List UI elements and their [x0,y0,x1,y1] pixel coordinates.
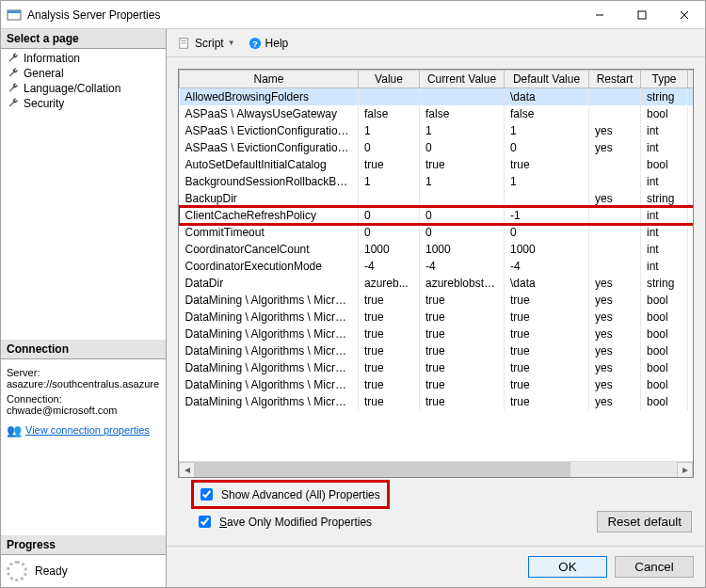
scroll-up-icon[interactable]: ▴ [688,71,694,88]
svg-rect-1 [8,10,21,13]
server-label: Server: [7,367,160,378]
main-panel: Script ▼ ? Help Name Value Curre [167,29,705,587]
table-row[interactable]: BackgroundSessionRollbackBatch...111int [180,173,694,190]
cancel-button[interactable]: Cancel [615,556,694,578]
scroll-right-icon[interactable]: ▸ [677,462,693,478]
select-page-header: Select a page [1,29,166,49]
dialog-window: Analysis Server Properties Select a page… [0,0,706,588]
view-connection-properties-link[interactable]: View connection properties [25,424,150,436]
show-advanced-checkbox[interactable] [201,488,213,501]
table-row[interactable]: ClientCacheRefreshPolicy00-1int [180,207,694,224]
connection-label: Connection: [7,393,160,405]
table-row[interactable]: DataMining \ Algorithms \ Microsof...tru… [180,376,694,393]
col-restart[interactable]: Restart [589,71,641,88]
table-row[interactable]: DataMining \ Algorithms \ Microsof...tru… [180,342,694,359]
wrench-icon [7,67,20,80]
titlebar: Analysis Server Properties [1,1,705,29]
grid-header-row: Name Value Current Value Default Value R… [180,71,694,88]
horizontal-scrollbar[interactable]: ◂ ▸ [179,461,693,477]
page-item-information[interactable]: Information [1,51,166,66]
table-row[interactable]: ASPaaS \ EvictionConfiguration \ ...000y… [180,139,694,156]
col-value[interactable]: Value [359,71,420,88]
table-row[interactable]: DataMining \ Algorithms \ Microsof...tru… [180,393,694,410]
scroll-left-icon[interactable]: ◂ [179,462,195,478]
toolbar: Script ▼ ? Help [167,29,705,57]
progress-spinner-icon [7,561,27,581]
maximize-button[interactable] [620,1,663,28]
table-row[interactable]: DataMining \ Algorithms \ Microsof...tru… [180,326,694,342]
show-advanced-checkbox-wrap: Show Advanced (All) Properties [195,484,386,505]
wrench-icon [7,82,20,95]
table-row[interactable]: DataDirazureb...azureblobstor...\datayes… [180,275,694,292]
col-name[interactable]: Name [180,71,359,88]
table-row[interactable]: DataMining \ Algorithms \ Microsof...tru… [180,292,694,309]
save-modified-checkbox-wrap: Save Only Modified Properties [195,513,372,531]
connection-header: Connection [1,340,166,359]
window-title: Analysis Server Properties [27,8,160,22]
page-item-security[interactable]: Security [1,96,166,111]
page-item-general[interactable]: General [1,66,166,81]
show-advanced-label: Show Advanced (All) Properties [221,488,380,501]
dialog-footer: OK Cancel [167,546,705,587]
connection-value: chwade@microsoft.com [7,405,160,416]
sidebar: Select a page Information General Langua… [1,29,167,587]
wrench-icon [7,52,20,65]
grid-scroll[interactable]: Name Value Current Value Default Value R… [179,70,693,461]
col-type[interactable]: Type [641,71,688,88]
minimize-button[interactable] [578,1,620,28]
page-item-language[interactable]: Language/Collation [1,81,166,96]
wrench-icon [7,97,20,110]
table-row[interactable]: BackupDiryesstring [180,190,694,207]
connection-panel: Server: asazure://southcentralus.asazure… [1,359,166,445]
people-icon: 👥 [7,423,22,437]
properties-grid: Name Value Current Value Default Value R… [178,69,694,478]
table-row[interactable]: AutoSetDefaultInitialCatalogtruetruetrue… [180,156,694,173]
chevron-down-icon: ▼ [228,39,235,47]
table-row[interactable]: ASPaaS \ AlwaysUseGatewayfalsefalsefalse… [180,105,694,122]
server-value: asazure://southcentralus.asazure. [7,378,160,389]
close-button[interactable] [663,1,705,28]
progress-header: Progress [1,535,166,555]
script-icon [178,37,191,50]
help-button[interactable]: ? Help [245,35,293,52]
page-list: Information General Language/Collation S… [1,49,166,113]
help-icon: ? [249,37,262,50]
script-button[interactable]: Script ▼ [174,35,239,52]
save-modified-label: Save Only Modified Properties [219,516,372,529]
reset-default-button[interactable]: Reset default [597,511,692,532]
svg-text:?: ? [252,38,258,48]
table-row[interactable]: CommitTimeout000int [180,224,694,241]
save-modified-checkbox[interactable] [199,516,211,528]
table-row[interactable]: ASPaaS \ EvictionConfiguration \ ...111y… [180,122,694,139]
col-default[interactable]: Default Value [505,71,589,88]
progress-status: Ready [35,564,68,578]
table-row[interactable]: CoordinatorCancelCount100010001000int [180,241,694,258]
table-row[interactable]: DataMining \ Algorithms \ Microsof...tru… [180,359,694,376]
col-current[interactable]: Current Value [420,71,505,88]
table-row[interactable]: DataMining \ Algorithms \ Microsof...tru… [180,309,694,326]
table-row[interactable]: AllowedBrowsingFolders\datastring [180,88,694,105]
progress-panel: Ready [1,555,166,587]
svg-rect-3 [638,11,646,19]
ok-button[interactable]: OK [528,556,607,578]
table-row[interactable]: CoordinatorExecutionMode-4-4-4int [180,258,694,275]
app-icon [7,8,22,23]
